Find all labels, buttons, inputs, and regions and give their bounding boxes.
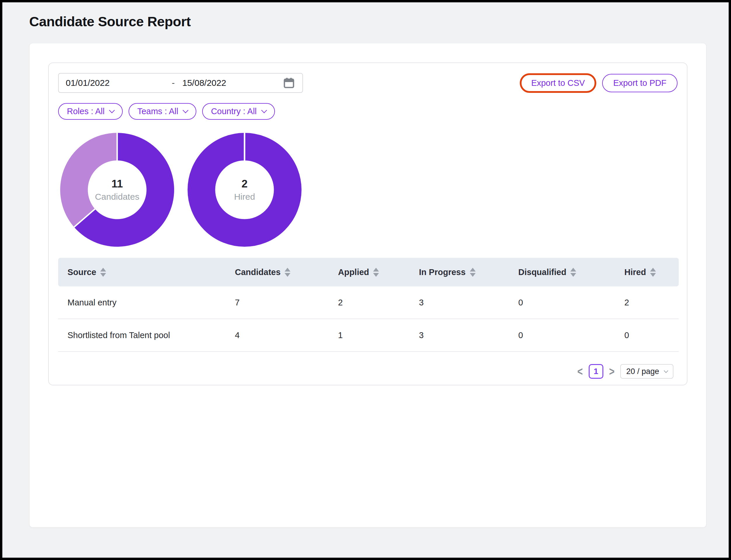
column-header-disqualified-label: Disqualified bbox=[518, 267, 566, 277]
column-header-applied[interactable]: Applied bbox=[338, 267, 419, 277]
cell-applied: 1 bbox=[338, 331, 419, 340]
export-pdf-button[interactable]: Export to PDF bbox=[602, 74, 678, 92]
pagination-prev-button[interactable]: < bbox=[577, 366, 583, 377]
cell-disqualified: 0 bbox=[518, 331, 624, 340]
export-csv-button[interactable]: Export to CSV bbox=[522, 75, 594, 91]
source-table: Source Candidates Applied In Progress bbox=[58, 258, 679, 352]
donut-chart-hired-svg bbox=[187, 132, 302, 247]
pagination-next-button[interactable]: > bbox=[609, 366, 615, 377]
column-header-in-progress-label: In Progress bbox=[419, 267, 466, 277]
chevron-down-icon bbox=[183, 107, 188, 113]
pagination: < 1 > 20 / page bbox=[58, 364, 678, 379]
toolbar: 01/01/2022 - 15/08/2022 Export bbox=[58, 73, 678, 93]
column-header-hired-label: Hired bbox=[624, 267, 646, 277]
filter-country[interactable]: Country : All bbox=[202, 103, 275, 120]
chevron-down-icon bbox=[664, 368, 669, 373]
filter-roles-label: Roles : All bbox=[67, 107, 105, 116]
sort-icon[interactable] bbox=[373, 268, 379, 277]
column-header-candidates-label: Candidates bbox=[235, 267, 280, 277]
column-header-applied-label: Applied bbox=[338, 267, 369, 277]
cell-source: Shortlisted from Talent pool bbox=[67, 331, 235, 340]
pagination-page-1[interactable]: 1 bbox=[589, 364, 603, 379]
cell-applied: 2 bbox=[338, 298, 419, 307]
page-title: Candidate Source Report bbox=[29, 13, 729, 29]
date-range-start[interactable]: 01/01/2022 bbox=[66, 78, 172, 88]
cell-candidates: 4 bbox=[235, 331, 338, 340]
cell-disqualified: 0 bbox=[518, 298, 624, 307]
column-header-source[interactable]: Source bbox=[67, 267, 235, 277]
column-header-hired[interactable]: Hired bbox=[624, 267, 679, 277]
sort-icon[interactable] bbox=[470, 268, 476, 277]
cell-hired: 2 bbox=[624, 298, 679, 307]
screenshot-frame: Candidate Source Report 01/01/2022 - 15/… bbox=[0, 0, 731, 560]
table-header-row: Source Candidates Applied In Progress bbox=[58, 258, 679, 286]
filter-teams-label: Teams : All bbox=[137, 107, 178, 116]
charts-row: 11 Candidates 2 Hired bbox=[58, 132, 678, 247]
report-card: 01/01/2022 - 15/08/2022 Export bbox=[29, 43, 706, 528]
column-header-candidates[interactable]: Candidates bbox=[235, 267, 338, 277]
date-range-separator: - bbox=[172, 78, 175, 88]
sort-icon[interactable] bbox=[284, 268, 290, 277]
filter-bar: Roles : All Teams : All Country : All bbox=[58, 103, 678, 120]
filter-roles[interactable]: Roles : All bbox=[58, 103, 123, 120]
column-header-in-progress[interactable]: In Progress bbox=[419, 267, 518, 277]
cell-hired: 0 bbox=[624, 331, 679, 340]
date-range-end[interactable]: 15/08/2022 bbox=[182, 78, 226, 88]
filter-country-label: Country : All bbox=[211, 107, 256, 116]
date-range-input[interactable]: 01/01/2022 - 15/08/2022 bbox=[58, 73, 303, 93]
sort-icon[interactable] bbox=[100, 268, 106, 277]
page-size-select[interactable]: 20 / page bbox=[620, 364, 673, 379]
table-row: Shortlisted from Talent pool 4 1 3 0 0 bbox=[58, 319, 679, 352]
cell-candidates: 7 bbox=[235, 298, 338, 307]
filter-teams[interactable]: Teams : All bbox=[128, 103, 196, 120]
export-buttons: Export to CSV Export to PDF bbox=[520, 73, 678, 93]
page-size-value: 20 / page bbox=[626, 367, 659, 376]
chevron-down-icon bbox=[261, 107, 267, 113]
report-panel: 01/01/2022 - 15/08/2022 Export bbox=[48, 62, 687, 385]
column-header-disqualified[interactable]: Disqualified bbox=[518, 267, 624, 277]
sort-icon[interactable] bbox=[570, 268, 576, 277]
cell-in-progress: 3 bbox=[419, 298, 518, 307]
calendar-icon[interactable] bbox=[282, 76, 295, 89]
donut-chart-candidates-svg bbox=[60, 132, 175, 247]
cell-in-progress: 3 bbox=[419, 331, 518, 340]
highlight-ring: Export to CSV bbox=[520, 73, 596, 93]
chevron-down-icon bbox=[109, 107, 115, 113]
donut-chart-hired: 2 Hired bbox=[187, 132, 302, 247]
cell-source: Manual entry bbox=[67, 298, 235, 307]
column-header-source-label: Source bbox=[67, 267, 96, 277]
sort-icon[interactable] bbox=[650, 268, 656, 277]
donut-chart-candidates: 11 Candidates bbox=[60, 132, 175, 247]
table-row: Manual entry 7 2 3 0 2 bbox=[58, 286, 679, 319]
